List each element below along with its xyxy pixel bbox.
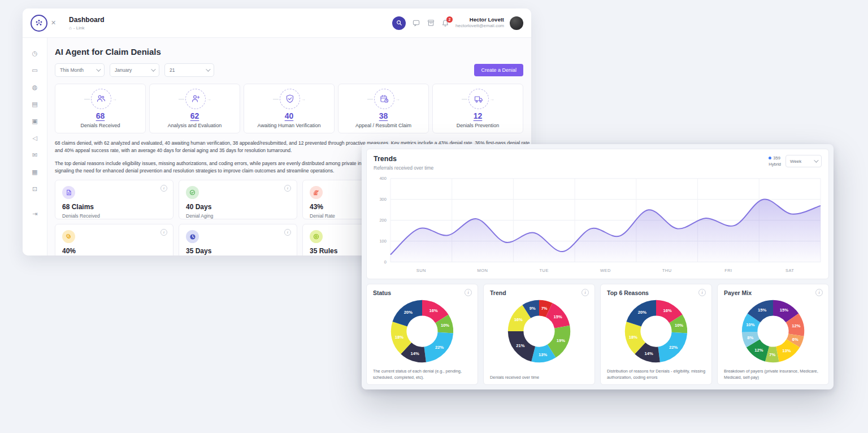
notifications-button[interactable]: 2	[441, 19, 450, 28]
stat-value[interactable]: 68	[96, 111, 105, 120]
stat-card-awaiting-verification: → 40 Awaiting Human Verification	[244, 84, 335, 133]
reports-icon[interactable]: ▣	[32, 118, 37, 124]
info-icon[interactable]: i	[160, 229, 167, 236]
flow-arrow-icon: →	[301, 97, 306, 102]
info-icon[interactable]: i	[465, 289, 472, 296]
chart-caption: Distribution of reasons for Denials - el…	[607, 368, 706, 380]
stat-value[interactable]: 12	[474, 111, 483, 120]
breadcrumb[interactable]: ⌂ - Link	[69, 25, 105, 31]
legend-label: Hybrid	[769, 161, 781, 167]
svg-text:7%: 7%	[541, 306, 548, 311]
stat-value[interactable]: 62	[190, 111, 199, 120]
globe-icon[interactable]: ◍	[32, 84, 38, 90]
user-plus-icon	[185, 89, 206, 109]
svg-text:15%: 15%	[758, 308, 766, 313]
period-select-value: This Month	[60, 67, 84, 73]
metric-label: Denials Received	[62, 213, 166, 219]
home-icon[interactable]: ⌂	[69, 25, 72, 31]
svg-text:FRI: FRI	[724, 268, 732, 273]
chart-legend: 359 Hybrid	[769, 155, 781, 168]
user-email: hectorlovett@email.com	[455, 23, 504, 29]
chart-title: Payer Mix	[724, 289, 822, 296]
period-select[interactable]: This Month	[55, 63, 105, 77]
archive-icon	[427, 19, 435, 27]
info-icon[interactable]: i	[284, 229, 291, 236]
flow-arrow-icon: →	[490, 97, 494, 102]
export-icon[interactable]: ⊡	[32, 186, 37, 192]
info-icon[interactable]: i	[581, 289, 589, 296]
metric-value: 40 Days	[186, 203, 290, 211]
svg-text:10%: 10%	[746, 322, 754, 327]
payer-mix-donut-chart[interactable]: 15%12%6%13%7%12%8%10%15%	[740, 298, 806, 365]
stamp-icon	[186, 186, 199, 199]
stats-row: → 68 Denials Received → 62 A	[55, 84, 523, 133]
breadcrumb-link[interactable]: - Link	[73, 25, 85, 31]
chart-caption: Denials received over time	[490, 374, 589, 380]
info-icon[interactable]: i	[698, 289, 706, 296]
chevron-down-icon	[151, 67, 155, 71]
gear-circle-icon	[310, 230, 323, 243]
day-select[interactable]: 21	[164, 63, 214, 77]
svg-text:0: 0	[384, 259, 387, 265]
svg-text:12%: 12%	[754, 348, 763, 353]
top-reasons-donut-chart[interactable]: 16%10%22%14%18%20%	[623, 298, 689, 365]
svg-text:22%: 22%	[435, 345, 444, 350]
announcements-icon[interactable]: ◁	[32, 135, 37, 141]
document-icon	[62, 186, 75, 199]
week-select[interactable]: Week	[785, 155, 822, 167]
svg-text:9%: 9%	[530, 306, 536, 311]
database-icon[interactable]: ▦	[32, 169, 37, 175]
trends-title: Trends	[374, 155, 433, 163]
svg-text:14%: 14%	[410, 351, 419, 356]
stat-value[interactable]: 38	[379, 111, 388, 120]
chat-icon	[413, 19, 420, 27]
coins-icon	[62, 230, 75, 243]
payer-mix-chart-card: Payer Mix i 15%12%6%13%7%12%8%10%15% Bre…	[717, 284, 829, 385]
documents-icon[interactable]: ▤	[32, 101, 37, 107]
svg-text:SAT: SAT	[785, 268, 794, 273]
logo-mark-icon	[34, 18, 44, 28]
metric-card-denial-aging: i 40 Days Denial Aging	[179, 180, 297, 219]
svg-text:TUE: TUE	[540, 268, 549, 273]
mail-icon[interactable]: ✉	[32, 152, 37, 158]
flow-line	[273, 99, 279, 99]
info-icon[interactable]: i	[284, 185, 291, 192]
svg-text:SUN: SUN	[416, 268, 426, 273]
chat-button[interactable]	[411, 19, 420, 28]
metric-value: 40%	[62, 247, 166, 255]
filter-row: This Month January 21 Create a Denial	[55, 63, 523, 77]
archive-button[interactable]	[426, 19, 435, 28]
history-icon[interactable]: ◷	[32, 50, 38, 57]
logout-icon[interactable]: ⇥	[32, 211, 37, 217]
legend-dot-icon	[769, 157, 771, 159]
svg-text:16%: 16%	[429, 308, 438, 313]
svg-text:13%: 13%	[782, 348, 791, 353]
create-denial-button[interactable]: Create a Denial	[474, 64, 523, 76]
svg-text:12%: 12%	[792, 323, 800, 328]
stat-value[interactable]: 40	[285, 111, 294, 120]
search-button[interactable]	[392, 16, 406, 30]
info-icon[interactable]: i	[815, 289, 823, 296]
stat-card-appeal-resubmit: → 38 Appeal / Resubmit Claim	[338, 84, 429, 133]
page-title: AI Agent for Claim Denials	[55, 47, 523, 57]
stat-label: Denials Received	[80, 123, 120, 128]
month-select[interactable]: January	[110, 63, 159, 77]
users-icon	[91, 89, 111, 109]
close-icon[interactable]: ✕	[51, 19, 56, 27]
svg-text:15%: 15%	[780, 308, 788, 313]
trends-area-chart[interactable]: 0100200300400SUNMONTUEWEDTHUFRISAT	[369, 174, 826, 278]
chart-caption: The current status of each denial (e.g.,…	[373, 368, 472, 380]
user-menu[interactable]: Hector Lovett hectorlovett@email.com	[455, 16, 504, 29]
svg-text:14%: 14%	[644, 351, 653, 356]
avatar[interactable]	[510, 16, 523, 30]
stat-card-analysis: → 62 Analysis and Evaluation	[149, 84, 240, 133]
user-name: Hector Lovett	[455, 16, 504, 23]
metric-label: Denial Aging	[186, 213, 290, 219]
svg-text:WED: WED	[600, 268, 611, 273]
svg-text:10%: 10%	[441, 323, 449, 328]
trend-donut-chart[interactable]: 7%15%19%13%21%16%9%	[506, 298, 572, 365]
projects-icon[interactable]: ▭	[32, 67, 37, 73]
status-donut-chart[interactable]: 16%10%22%14%18%20%	[389, 298, 455, 365]
metric-value: 35 Days	[186, 247, 290, 255]
info-icon[interactable]: i	[160, 185, 167, 192]
